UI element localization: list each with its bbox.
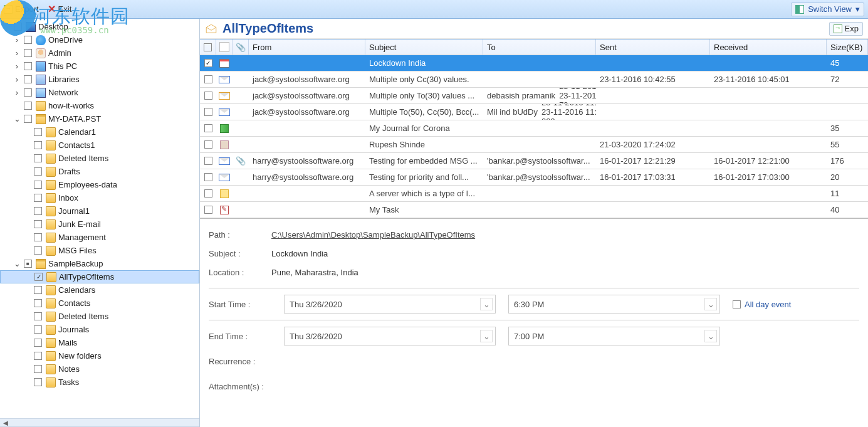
tree-checkbox[interactable] xyxy=(34,312,42,320)
tree-item-contacts1[interactable]: Contacts1 xyxy=(0,139,199,152)
tree-item-inbox[interactable]: Inbox xyxy=(0,191,199,204)
row-checkbox[interactable] xyxy=(200,88,216,103)
tree-toggle-icon[interactable]: ⌄ xyxy=(13,114,21,124)
tree-checkbox[interactable] xyxy=(24,102,32,110)
tree-checkbox[interactable] xyxy=(34,325,42,334)
tree-checkbox[interactable] xyxy=(34,273,43,281)
tree-item-msg-files[interactable]: MSG Files xyxy=(0,244,199,257)
tree-checkbox[interactable] xyxy=(34,352,42,360)
tree-item-drafts[interactable]: Drafts xyxy=(0,165,199,178)
row-checkbox[interactable] xyxy=(200,55,216,71)
tree-item-admin[interactable]: ›Admin xyxy=(0,46,199,60)
tree-checkbox[interactable] xyxy=(34,286,42,294)
tree-item-deleted-items[interactable]: Deleted Items xyxy=(0,310,199,323)
tree-checkbox[interactable] xyxy=(34,233,42,241)
tree-item-new-folders[interactable]: New folders xyxy=(0,349,199,362)
tree-checkbox[interactable] xyxy=(24,115,32,123)
tree-item-management[interactable]: Management xyxy=(0,231,199,244)
tree-checkbox[interactable] xyxy=(34,194,42,202)
tree-toggle-icon[interactable]: ⌄ xyxy=(13,259,21,268)
row-checkbox[interactable] xyxy=(200,202,216,218)
tree-checkbox[interactable] xyxy=(34,181,42,189)
tree-checkbox[interactable] xyxy=(34,128,42,136)
all-day-checkbox[interactable]: All day event xyxy=(733,300,791,309)
grid-row[interactable]: harry@systoolssoftware.orgTesting for pr… xyxy=(200,169,868,186)
row-checkbox[interactable] xyxy=(200,153,216,169)
grid-row[interactable]: 📎harry@systoolssoftware.orgTesting for e… xyxy=(200,153,868,169)
tree-item-libraries[interactable]: ›Libraries xyxy=(0,73,199,86)
tree-checkbox[interactable] xyxy=(34,246,42,255)
row-checkbox[interactable] xyxy=(200,137,216,152)
tree-toggle-icon[interactable]: › xyxy=(13,61,21,71)
grid-row[interactable]: Lockdown India45 xyxy=(200,55,868,71)
col-size[interactable]: Size(KB) xyxy=(827,40,868,55)
tree-item-samplebackup[interactable]: ⌄SampleBackup xyxy=(0,257,199,270)
tree-checkbox[interactable] xyxy=(24,75,32,83)
tree-item-calendar1[interactable]: Calendar1 xyxy=(0,125,199,139)
col-received[interactable]: Received xyxy=(710,40,827,55)
tree-item-deleted-items[interactable]: Deleted Items xyxy=(0,152,199,165)
tree-item-employees-data[interactable]: Employees-data xyxy=(0,178,199,191)
end-date-dropdown[interactable]: Thu 3/26/2020⌄ xyxy=(284,327,496,345)
col-sent[interactable]: Sent xyxy=(596,40,710,55)
col-type[interactable] xyxy=(216,40,233,55)
tree-item-contacts[interactable]: Contacts xyxy=(0,297,199,310)
tree-checkbox[interactable] xyxy=(34,167,42,176)
tree-checkbox[interactable] xyxy=(24,36,32,44)
col-to[interactable]: To xyxy=(483,40,596,55)
tree-item-onedrive[interactable]: ›OneDrive xyxy=(0,33,199,46)
tree-checkbox[interactable] xyxy=(34,141,42,149)
grid-row[interactable]: Rupesh Shinde21-03-2020 17:24:0255 xyxy=(200,137,868,153)
row-checkbox[interactable] xyxy=(200,186,216,201)
tree-checkbox[interactable] xyxy=(24,88,32,97)
tree-checkbox[interactable] xyxy=(34,299,42,307)
tree-toggle-icon[interactable]: › xyxy=(13,35,21,45)
row-checkbox[interactable] xyxy=(200,120,216,136)
col-attachment[interactable]: 📎 xyxy=(233,40,249,55)
row-checkbox[interactable] xyxy=(200,169,216,185)
path-value[interactable]: C:\Users\Admin\Desktop\SampleBackup\AllT… xyxy=(271,230,475,240)
col-subject[interactable]: Subject xyxy=(365,40,483,55)
grid-row[interactable]: jack@systoolssoftware.orgMultiple only T… xyxy=(200,88,868,104)
tree-item-desktop[interactable]: Desktop xyxy=(0,20,199,33)
tree-checkbox[interactable] xyxy=(24,62,32,70)
tree-checkbox[interactable] xyxy=(34,207,42,215)
tree-item-alltypeofitems[interactable]: AllTypeOfItems xyxy=(0,270,199,283)
grid-row[interactable]: A server which is a type of I...11 xyxy=(200,186,868,202)
tree-checkbox[interactable] xyxy=(34,378,42,386)
tree-item-this-pc[interactable]: ›This PC xyxy=(0,60,199,73)
row-checkbox[interactable] xyxy=(200,71,216,87)
tree-item-calendars[interactable]: Calendars xyxy=(0,283,199,297)
exit-button[interactable]: ✕ Exit xyxy=(48,3,72,15)
end-time-dropdown[interactable]: 7:00 PM⌄ xyxy=(508,327,720,345)
tree-item-journal1[interactable]: Journal1 xyxy=(0,204,199,218)
tree-toggle-icon[interactable]: › xyxy=(13,75,21,84)
tree-checkbox[interactable] xyxy=(14,23,22,31)
tree-item-notes[interactable]: Notes xyxy=(0,362,199,376)
grid-row[interactable]: jack@systoolssoftware.orgMultiple To(50)… xyxy=(200,104,868,120)
tree-item-tasks[interactable]: Tasks xyxy=(0,376,199,389)
tree-item-mails[interactable]: Mails xyxy=(0,336,199,349)
export-panel-button[interactable]: Exp xyxy=(829,22,863,36)
tree-toggle-icon[interactable]: › xyxy=(13,88,21,97)
export-button[interactable]: Export xyxy=(4,4,39,14)
grid-row[interactable]: jack@systoolssoftware.orgMultiple only C… xyxy=(200,71,868,88)
tree-toggle-icon[interactable]: › xyxy=(13,48,21,58)
tree-checkbox[interactable] xyxy=(24,49,32,57)
tree-item-how-it-works[interactable]: how-it-works xyxy=(0,99,199,112)
tree-scroll-bar[interactable]: ◄ xyxy=(0,418,199,427)
tree-checkbox[interactable] xyxy=(34,154,42,162)
start-date-dropdown[interactable]: Thu 3/26/2020⌄ xyxy=(284,295,496,314)
tree-item-journals[interactable]: Journals xyxy=(0,323,199,336)
grid-row[interactable]: My Journal for Corona35 xyxy=(200,120,868,137)
tree-item-my-data-pst[interactable]: ⌄MY-DATA.PST xyxy=(0,112,199,125)
switch-view-button[interactable]: Switch View ▾ xyxy=(791,3,864,16)
tree-checkbox[interactable] xyxy=(34,339,42,347)
start-time-dropdown[interactable]: 6:30 PM⌄ xyxy=(508,295,720,314)
tree-checkbox[interactable] xyxy=(24,260,32,268)
tree-checkbox[interactable] xyxy=(34,220,42,228)
col-from[interactable]: From xyxy=(249,40,365,55)
scroll-left-icon[interactable]: ◄ xyxy=(0,418,11,428)
tree-item-junk-e-mail[interactable]: Junk E-mail xyxy=(0,218,199,231)
grid-row[interactable]: My Task40 xyxy=(200,202,868,218)
